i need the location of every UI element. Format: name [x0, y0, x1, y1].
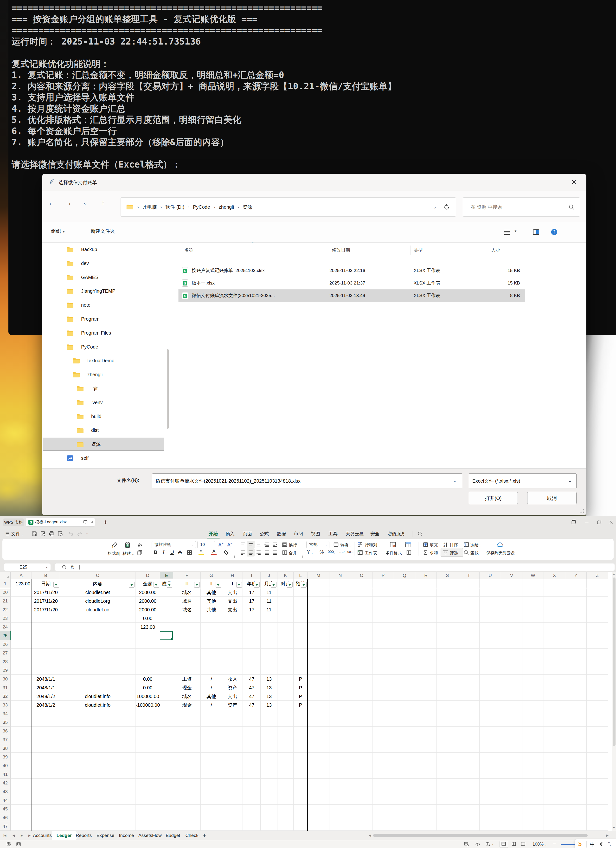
breadcrumb-chevron-icon[interactable]: ›	[160, 205, 162, 210]
font-size-select[interactable]: 10⌄	[197, 541, 215, 549]
currency-button[interactable]: ¥ ⌄	[307, 549, 313, 555]
column-header-P[interactable]: P	[373, 572, 394, 580]
row-header-24[interactable]: 24	[0, 623, 10, 632]
cell-H20[interactable]: 支出	[222, 588, 243, 597]
tree-item-program-files[interactable]: Program Files	[43, 327, 164, 339]
row-header-39[interactable]: 39	[0, 753, 10, 761]
column-header-U[interactable]: U	[480, 572, 501, 580]
decimal-increase-button[interactable]: ←.0	[339, 550, 345, 554]
copy-icon[interactable]	[137, 550, 143, 556]
ribbon-tab-审阅[interactable]: 审阅	[289, 530, 308, 538]
sum-icon[interactable]	[422, 550, 429, 556]
column-header-T[interactable]: T	[458, 572, 480, 580]
column-header-J[interactable]: J	[261, 572, 277, 580]
column-header-V[interactable]: V	[501, 572, 523, 580]
cell-G20[interactable]: 其他	[201, 588, 222, 597]
cell-B33[interactable]: 2048/1/2	[32, 701, 60, 709]
wps-minimize-icon[interactable]	[583, 519, 590, 525]
view-normal-icon[interactable]	[501, 841, 506, 847]
file-menu-button[interactable]: ☰ 文件 ⌄	[5, 530, 24, 538]
row-header-20[interactable]: 20	[0, 588, 10, 597]
worksheet-icon[interactable]	[357, 550, 363, 556]
tree-item-dot-git[interactable]: .git	[43, 382, 164, 395]
table-style-chevron[interactable]: ⌄	[413, 543, 415, 546]
rows-cols-button[interactable]: 行和列 ⌄	[365, 542, 381, 548]
filetype-select[interactable]: Excel文件 (*.xlsx;*.xls)⌄	[469, 473, 576, 488]
tree-item-self[interactable]: self	[43, 452, 164, 464]
row-header-26[interactable]: 26	[0, 640, 10, 649]
refresh-icon[interactable]	[443, 204, 450, 211]
column-header-X[interactable]: X	[544, 572, 565, 580]
decimal-decrease-button[interactable]: .00→	[346, 550, 354, 554]
save-cloud-button[interactable]: 保存到天翼云盘	[486, 550, 515, 556]
row-header-25[interactable]: 25	[0, 632, 10, 640]
ribbon-tab-公式[interactable]: 公式	[255, 530, 273, 538]
cell-B20[interactable]: 2017/11/20	[32, 588, 60, 597]
cell-C32[interactable]: cloudlet.info	[60, 692, 135, 701]
save-icon[interactable]	[31, 531, 37, 537]
output-preview-icon[interactable]	[40, 531, 46, 537]
filter-button-C[interactable]	[129, 582, 135, 587]
cell-B30[interactable]: 2048/1/1	[32, 675, 60, 683]
borders-icon[interactable]	[187, 550, 192, 556]
font-shrink-button[interactable]: A−	[227, 541, 232, 548]
column-header-R[interactable]: R	[415, 572, 437, 580]
cell-J20[interactable]: 11	[261, 588, 277, 597]
cell-L30[interactable]: P	[293, 675, 308, 683]
font-color-chevron[interactable]: ⌄	[218, 551, 220, 554]
row-header-33[interactable]: 33	[0, 701, 10, 709]
selected-cell[interactable]	[160, 631, 173, 639]
conditional-format-icon[interactable]	[389, 541, 396, 548]
hscroll-right-arrow[interactable]: ▶	[606, 833, 609, 837]
cell-H30[interactable]: 收入	[222, 675, 243, 683]
print-preview-icon[interactable]	[57, 531, 63, 537]
organize-button[interactable]: 组织 ▼	[51, 228, 65, 234]
row-header-30[interactable]: 30	[0, 675, 10, 683]
filename-input[interactable]: 微信支付账单流水文件(20251021-20251102)_2025110313…	[152, 473, 462, 488]
wps-app-tab[interactable]: WPS 表格	[3, 519, 24, 526]
cell-C33[interactable]: cloudlet.info	[60, 701, 135, 709]
ribbon-tab-工具[interactable]: 工具	[324, 530, 342, 538]
cell-J30[interactable]: 13	[261, 675, 277, 683]
address-box[interactable]: ›此电脑›软件 (D:)›PyCode›zhengli›资源⌄	[121, 197, 456, 216]
sheet-first-button[interactable]: |◀	[3, 831, 6, 840]
sheet-tab-ledger[interactable]: Ledger	[52, 831, 77, 840]
row-header-46[interactable]: 46	[0, 813, 10, 822]
row-header-21[interactable]: 21	[0, 597, 10, 605]
cell-C22[interactable]: cloudlet.cc	[60, 605, 135, 614]
column-header-L[interactable]: L	[293, 572, 308, 580]
breadcrumb-segment[interactable]: PyCode	[193, 205, 210, 210]
cell-D20[interactable]: 2000.00	[135, 588, 160, 597]
group-expand-icon[interactable]	[147, 556, 149, 558]
ribbon-tab-数据[interactable]: 数据	[272, 530, 290, 538]
tree-item-资源[interactable]: 资源	[43, 438, 164, 450]
align-center-icon[interactable]	[247, 550, 254, 556]
convert-icon[interactable]	[333, 541, 339, 548]
convert-button[interactable]: 转换 ⌄	[340, 542, 352, 548]
reading-mode-icon[interactable]	[475, 842, 480, 847]
tree-scrollbar[interactable]	[167, 349, 169, 429]
tree-item-backup[interactable]: Backup	[43, 243, 164, 256]
vscroll-thumb[interactable]	[613, 577, 616, 746]
list-column-type[interactable]: 类型	[414, 243, 423, 258]
cell-H21[interactable]: 支出	[222, 597, 243, 605]
row-header-42[interactable]: 42	[0, 779, 10, 787]
wps-workspace-icon[interactable]	[570, 519, 576, 525]
sheet-tab-income[interactable]: Income	[117, 831, 136, 840]
new-folder-button[interactable]: 新建文件夹	[91, 228, 115, 234]
row-header-38[interactable]: 38	[0, 744, 10, 753]
tree-item-build[interactable]: build	[43, 410, 164, 423]
group-expand-icon[interactable]	[482, 556, 484, 558]
row-header-36[interactable]: 36	[0, 727, 10, 735]
forward-button[interactable]: →	[64, 198, 73, 208]
sum-button[interactable]: 求和 ⌄	[430, 550, 441, 556]
cell-L32[interactable]: P	[293, 692, 308, 701]
cell-L33[interactable]: P	[293, 701, 308, 709]
hscroll-left-arrow[interactable]: ◀	[369, 833, 371, 837]
font-name-chevron[interactable]: ⌄	[191, 541, 194, 548]
filter-button-D[interactable]	[154, 582, 159, 587]
breadcrumb-segment[interactable]: 此电脑	[142, 204, 157, 211]
view-break-icon[interactable]	[520, 841, 526, 847]
column-header-H[interactable]: H	[222, 572, 243, 580]
cell-D30[interactable]: 0.00	[135, 675, 160, 683]
